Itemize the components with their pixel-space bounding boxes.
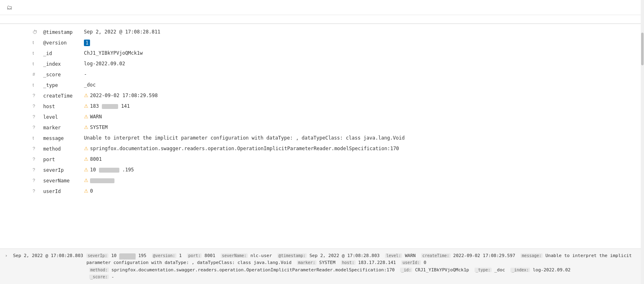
field-name: _score bbox=[43, 71, 84, 78]
field-name: method bbox=[43, 146, 84, 152]
field-name: message bbox=[43, 135, 84, 141]
warning-icon: ⚠ bbox=[84, 167, 88, 173]
scrollbar-thumb[interactable] bbox=[641, 33, 644, 65]
field-name: _index bbox=[43, 61, 84, 67]
field-type-indicator: t bbox=[33, 40, 40, 45]
field-type-indicator: ? bbox=[33, 93, 40, 98]
field-name: severIp bbox=[43, 167, 84, 173]
tab-bar bbox=[0, 17, 644, 24]
field-type-indicator: ⏱ bbox=[33, 29, 40, 35]
table-row: ?marker⚠SYSTEM bbox=[0, 123, 644, 133]
field-value: 10 .195 bbox=[90, 167, 134, 173]
field-type-indicator: ? bbox=[33, 188, 40, 193]
document-header: 🗂 bbox=[0, 0, 644, 15]
field-name: createTime bbox=[43, 93, 84, 99]
table-row: t@version1 bbox=[0, 38, 644, 49]
field-type-indicator: ? bbox=[33, 156, 40, 162]
table-row: ⏱@timestampSep 2, 2022 @ 17:08:28.811 bbox=[0, 27, 644, 38]
field-value: - bbox=[84, 71, 87, 77]
field-name: severName bbox=[43, 178, 84, 184]
field-name: @version bbox=[43, 40, 84, 46]
table-row: ?port⚠8001 bbox=[0, 155, 644, 165]
field-type-indicator: ? bbox=[33, 124, 40, 130]
document-table: ⏱@timestampSep 2, 2022 @ 17:08:28.811t@v… bbox=[0, 24, 644, 200]
header-left: 🗂 bbox=[7, 4, 15, 11]
table-row: ?method⚠springfox.documentation.swagger.… bbox=[0, 144, 644, 155]
field-name: _id bbox=[43, 50, 84, 56]
table-row: ?createTime⚠2022-09-02 17:08:29.598 bbox=[0, 91, 644, 102]
table-row: ?severIp⚠10 .195 bbox=[0, 165, 644, 176]
table-row: ?severName⚠ bbox=[0, 176, 644, 186]
field-type-indicator: ? bbox=[33, 114, 40, 119]
warning-icon: ⚠ bbox=[84, 188, 88, 194]
field-value: 8001 bbox=[90, 156, 102, 162]
field-value: 1 bbox=[84, 40, 90, 46]
field-type-indicator: t bbox=[33, 61, 40, 66]
field-value: 2022-09-02 17:08:29.598 bbox=[90, 93, 158, 98]
field-type-indicator: ? bbox=[33, 146, 40, 151]
field-name: level bbox=[43, 114, 84, 120]
field-value: SYSTEM bbox=[90, 124, 108, 130]
field-name: @timestamp bbox=[43, 29, 84, 35]
field-value: 0 bbox=[90, 188, 93, 194]
field-value: 183 141 bbox=[90, 103, 130, 109]
warning-icon: ⚠ bbox=[84, 114, 88, 120]
field-name: port bbox=[43, 156, 84, 162]
table-row: t_idChJ1_YIBkYPVjoQMck1w bbox=[0, 49, 644, 59]
field-type-indicator: ? bbox=[33, 103, 40, 109]
field-name: _type bbox=[43, 82, 84, 88]
field-type-indicator: # bbox=[33, 71, 40, 77]
table-row: ?level⚠WARN bbox=[0, 112, 644, 123]
field-value: Sep 2, 2022 @ 17:08:28.811 bbox=[84, 29, 160, 35]
warning-icon: ⚠ bbox=[84, 156, 88, 162]
field-value: ChJ1_YIBkYPVjoQMck1w bbox=[84, 50, 143, 56]
table-row: tmessageUnable to interpret the implicit… bbox=[0, 133, 644, 144]
field-value: Unable to interpret the implicit paramet… bbox=[84, 135, 404, 141]
warning-icon: ⚠ bbox=[84, 103, 88, 109]
table-row: ?userId⚠0 bbox=[0, 186, 644, 197]
table-row: t_indexlog-2022.09.02 bbox=[0, 59, 644, 70]
field-value: springfox.documentation.swagger.readers.… bbox=[90, 146, 399, 151]
field-type-indicator: t bbox=[33, 50, 40, 55]
field-name: host bbox=[43, 103, 84, 109]
warning-icon: ⚠ bbox=[84, 146, 88, 151]
field-type-indicator: ? bbox=[33, 178, 40, 183]
warning-icon: ⚠ bbox=[84, 178, 88, 183]
field-name: userId bbox=[43, 188, 84, 194]
field-type-indicator: t bbox=[33, 82, 40, 87]
field-value: log-2022.09.02 bbox=[84, 61, 125, 67]
field-name: marker bbox=[43, 124, 84, 131]
field-type-indicator: ? bbox=[33, 167, 40, 172]
folder-icon: 🗂 bbox=[7, 4, 12, 11]
table-row: ?host⚠183 141 bbox=[0, 102, 644, 112]
warning-icon: ⚠ bbox=[84, 124, 88, 130]
scrollbar[interactable] bbox=[641, 0, 644, 200]
warning-icon: ⚠ bbox=[84, 93, 88, 98]
field-value: WARN bbox=[90, 114, 102, 120]
table-row: #_score- bbox=[0, 70, 644, 80]
table-row: t_type_doc bbox=[0, 80, 644, 91]
field-type-indicator: t bbox=[33, 135, 40, 140]
field-value bbox=[90, 178, 114, 183]
field-value: _doc bbox=[84, 82, 96, 88]
